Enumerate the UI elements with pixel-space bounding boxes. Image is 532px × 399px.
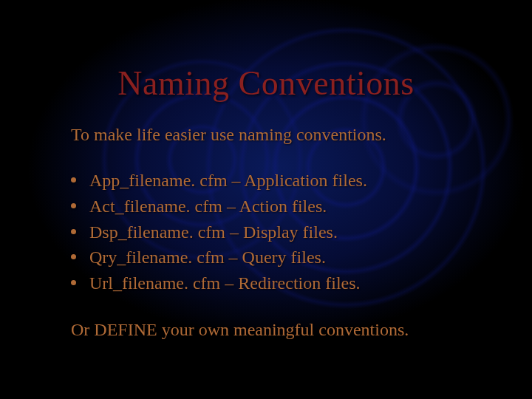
bullet-icon (71, 203, 76, 208)
list-item-label: Act_filename. cfm – Action files. (89, 194, 327, 219)
bullet-list: App_filename. cfm – Application files. A… (71, 168, 473, 296)
list-item: Qry_filename. cfm – Query files. (71, 245, 473, 270)
list-item-label: Url_filename. cfm – Redirection files. (89, 270, 361, 296)
bullet-icon (71, 177, 76, 183)
slide: Naming Conventions To make life easier u… (0, 0, 532, 399)
list-item: Url_filename. cfm – Redirection files. (71, 270, 473, 296)
bullet-icon (71, 280, 76, 285)
slide-title: Naming Conventions (44, 0, 488, 123)
outro-text: Or DEFINE your own meaningful convention… (71, 318, 473, 341)
list-item: Act_filename. cfm – Action files. (71, 194, 473, 219)
bullet-icon (71, 254, 76, 259)
list-item-label: Qry_filename. cfm – Query files. (89, 245, 326, 270)
list-item: Dsp_filename. cfm – Display files. (71, 219, 473, 245)
list-item-label: App_filename. cfm – Application files. (89, 168, 367, 194)
list-item: App_filename. cfm – Application files. (71, 168, 473, 194)
intro-text: To make life easier use naming conventio… (71, 123, 473, 146)
bullet-icon (71, 229, 76, 234)
list-item-label: Dsp_filename. cfm – Display files. (89, 219, 338, 245)
